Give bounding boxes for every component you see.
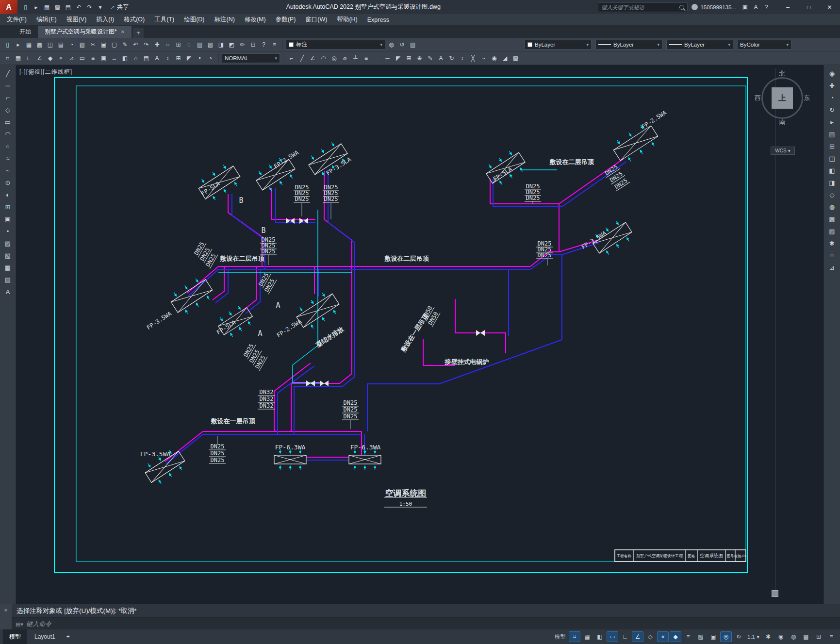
table-style-icon[interactable]: ⊞ <box>173 53 183 64</box>
viewport-controls[interactable]: [-][俯视][二维线框] <box>19 68 72 76</box>
dim-radius-icon[interactable]: ◎ <box>329 53 339 64</box>
isodraft-icon[interactable]: ◇ <box>644 631 656 642</box>
plot-icon[interactable]: ▤ <box>63 2 73 13</box>
menu-dimension[interactable]: 标注(N) <box>210 14 240 26</box>
save-as-icon[interactable]: ▩ <box>52 2 63 13</box>
otrack-icon[interactable]: ⌖ <box>56 53 66 64</box>
zoom-window-icon[interactable]: ⊞ <box>173 39 183 50</box>
override-icon[interactable]: ▩ <box>511 53 521 64</box>
dim-style-icon[interactable]: ↕ <box>163 53 173 64</box>
dyn-icon[interactable]: ▭ <box>77 53 87 64</box>
publish-icon[interactable]: ▧ <box>77 39 87 50</box>
polygon-tool-icon[interactable]: ◇ <box>2 104 14 115</box>
account-menu[interactable]: 1505999135... <box>692 4 736 10</box>
sheet-set-icon[interactable]: ◩ <box>227 39 237 50</box>
dynamic-input-icon[interactable]: ▭ <box>607 631 618 642</box>
layer-states-icon[interactable]: ▥ <box>408 39 418 50</box>
insert-block-tool-icon[interactable]: ⊞ <box>2 201 14 212</box>
layer-previous-icon[interactable]: ↺ <box>397 39 407 50</box>
drawing-canvas[interactable]: FP-5LABFP-2.5WAFP-3.5LADN25DN25DN25DN25D… <box>16 65 824 604</box>
dim-ordinate-icon[interactable]: ┴ <box>350 53 361 64</box>
qat-dropdown-icon[interactable]: ▾ <box>95 2 105 13</box>
revision-cloud-tool-icon[interactable]: ≈ <box>2 153 14 164</box>
top-view-icon[interactable]: ⊞ <box>826 141 838 151</box>
show-motion-icon[interactable]: ▸ <box>826 116 838 127</box>
dim-continue-icon[interactable]: ─ <box>382 53 393 64</box>
properties-icon[interactable]: ▥ <box>195 39 205 50</box>
ortho-icon[interactable]: ∟ <box>619 631 631 642</box>
lights-icon[interactable]: ✱ <box>826 238 838 248</box>
mleader-style-icon[interactable]: ◤ <box>184 53 194 64</box>
layout1-tab[interactable]: Layout1 <box>28 629 62 644</box>
render-icon[interactable]: ▩ <box>826 214 838 224</box>
left-view-icon[interactable]: ◧ <box>826 165 838 176</box>
design-center-icon[interactable]: ▨ <box>205 39 215 50</box>
canvas-scrollbar-grip[interactable] <box>772 590 778 597</box>
maximize-button[interactable]: □ <box>798 0 819 14</box>
table-tool-icon[interactable]: ▤ <box>2 274 14 285</box>
mtext-tool-icon[interactable]: A <box>2 286 14 297</box>
polar-tracking-icon[interactable]: ∠ <box>632 631 643 642</box>
dim-break-icon[interactable]: ╳ <box>468 53 478 64</box>
point-style-icon[interactable]: • <box>195 53 205 64</box>
customize-icon[interactable]: ≡ <box>825 631 837 642</box>
save-icon[interactable]: ▦ <box>24 39 34 50</box>
dim-space-icon[interactable]: ↕ <box>457 53 467 64</box>
gradient-tool-icon[interactable]: ▧ <box>2 250 14 261</box>
command-dropdown-icon[interactable]: ▾ <box>20 621 23 627</box>
inspect-icon[interactable]: ◉ <box>489 53 499 64</box>
ellipse-arc-tool-icon[interactable]: ◐ <box>2 189 14 200</box>
tab-current-drawing[interactable]: 别墅户式空调与采暖设计图* ✕ <box>38 26 132 38</box>
model-tab[interactable]: 模型 <box>3 629 27 644</box>
navigation-wheel-icon[interactable]: ◉ <box>826 68 838 79</box>
cut-icon[interactable]: ✂ <box>88 39 98 50</box>
command-input[interactable] <box>26 620 836 627</box>
menu-window[interactable]: 窗口(W) <box>300 14 332 26</box>
zoom-previous-icon[interactable]: ◌ <box>184 39 194 50</box>
search-icon[interactable] <box>679 5 684 10</box>
redo-icon[interactable]: ↷ <box>141 39 151 50</box>
tool-palettes-icon[interactable]: ◨ <box>216 39 226 50</box>
search-input[interactable] <box>601 4 676 10</box>
arc-tool-icon[interactable]: ◠ <box>2 129 14 139</box>
text-style-icon[interactable]: A <box>152 53 162 64</box>
quick-properties-icon[interactable]: ▣ <box>99 53 109 64</box>
polar-icon[interactable]: ∠ <box>34 53 45 64</box>
infer-constraints-icon[interactable]: ◧ <box>594 631 606 642</box>
units-icon[interactable]: ◔ <box>205 53 215 64</box>
point-tool-icon[interactable]: • <box>2 226 14 236</box>
zoom-realtime-icon[interactable]: ○ <box>163 39 173 50</box>
copy-icon[interactable]: ▣ <box>99 39 109 50</box>
right-view-icon[interactable]: ◨ <box>826 177 838 188</box>
clean-screen-icon[interactable]: ⊞ <box>813 631 824 642</box>
dim-linear-icon[interactable]: ⌐ <box>286 53 296 64</box>
xref-icon[interactable]: ◫ <box>45 39 55 50</box>
object-snap-icon[interactable]: ◆ <box>670 631 681 642</box>
compass-up-face[interactable]: 上 <box>772 87 793 109</box>
ortho-icon[interactable]: ∟ <box>24 53 34 64</box>
menu-help[interactable]: 帮助(H) <box>332 14 362 26</box>
ducs-icon[interactable]: ⊿ <box>66 53 77 64</box>
layer-properties-icon[interactable]: ≡ <box>269 39 280 50</box>
center-mark-icon[interactable]: ⊕ <box>414 53 425 64</box>
snap-icon[interactable]: ⌗ <box>2 53 13 64</box>
annotation-monitor-icon[interactable]: ◉ <box>775 631 787 642</box>
measure-icon[interactable]: ↔ <box>109 53 119 64</box>
dim-edit-icon[interactable]: ✎ <box>425 53 435 64</box>
close-tab-icon[interactable]: ✕ <box>121 29 125 34</box>
help-icon[interactable]: ? <box>761 2 772 13</box>
menu-parametric[interactable]: 参数(P) <box>271 14 301 26</box>
app-logo-button[interactable]: A <box>0 0 17 14</box>
plot-icon[interactable]: ▤ <box>56 39 66 50</box>
transparency-icon[interactable]: ▧ <box>695 631 707 642</box>
compass-west[interactable]: 西 <box>755 94 761 102</box>
pan-icon[interactable]: ✚ <box>152 39 162 50</box>
quick-dim-icon[interactable]: ≡ <box>361 53 371 64</box>
open-icon[interactable]: ▸ <box>13 39 23 50</box>
dim-baseline-icon[interactable]: ═ <box>372 53 382 64</box>
dim-jog-icon[interactable]: ~ <box>478 53 489 64</box>
layer-combo[interactable]: 标注 ▾ <box>286 40 385 50</box>
polyline-tool-icon[interactable]: ⌐ <box>2 92 14 103</box>
multileader-icon[interactable]: ◤ <box>393 53 403 64</box>
region-tool-icon[interactable]: ▦ <box>2 262 14 273</box>
